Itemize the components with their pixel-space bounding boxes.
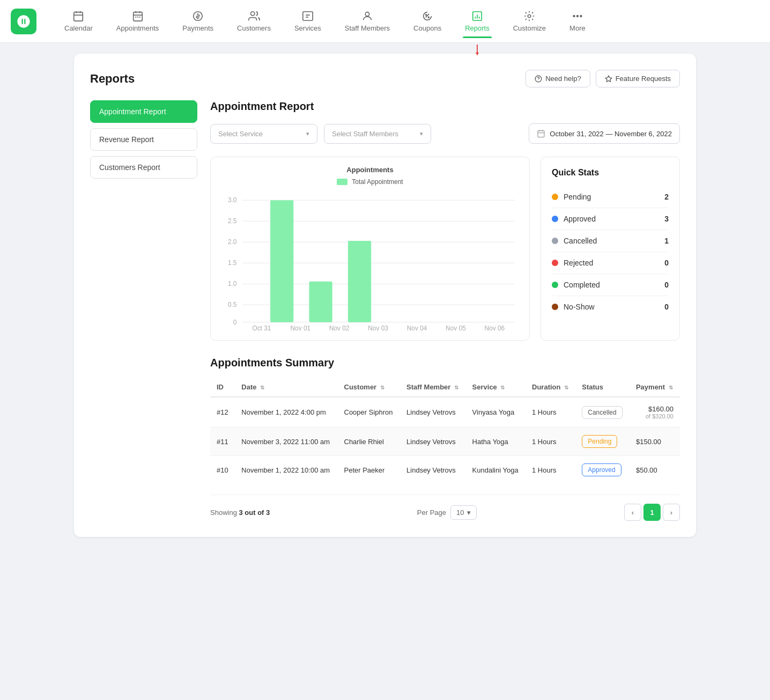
sidebar-item-customers-report[interactable]: Customers Report <box>90 156 197 179</box>
col-date: Date ⇅ <box>235 378 337 397</box>
nav-item-services[interactable]: Services <box>283 5 333 38</box>
svg-rect-0 <box>74 12 83 21</box>
cell-status: Approved <box>575 456 630 484</box>
nav-item-appointments[interactable]: Appointments <box>105 5 171 38</box>
legend-color-box <box>337 179 347 185</box>
staff-select[interactable]: Select Staff Members ▾ <box>324 124 431 144</box>
svg-text:Nov 01: Nov 01 <box>290 325 310 331</box>
cell-payment: $150.00 <box>630 428 680 456</box>
svg-point-15 <box>426 14 427 16</box>
svg-marker-19 <box>476 53 479 56</box>
nav-item-customize[interactable]: Customize <box>501 5 558 38</box>
reports-sidebar: Appointment Report Revenue Report Custom… <box>90 100 197 521</box>
svg-rect-13 <box>303 12 313 21</box>
col-payment: Payment ⇅ <box>630 378 680 397</box>
svg-point-12 <box>250 12 254 16</box>
calendar-icon <box>537 129 545 138</box>
svg-text:1.0: 1.0 <box>228 280 237 288</box>
cell-duration: 1 Hours <box>525 397 575 428</box>
col-customer: Customer ⇅ <box>338 378 401 397</box>
chevron-down-icon: ▾ <box>420 130 423 137</box>
status-badge: Cancelled <box>582 406 622 419</box>
svg-text:Oct 31: Oct 31 <box>252 325 271 331</box>
qs-approved: Approved 3 <box>552 208 669 230</box>
nav-item-staff[interactable]: Staff Members <box>333 5 402 38</box>
content-layout: Appointment Report Revenue Report Custom… <box>90 100 680 521</box>
filters-row: Select Service ▾ Select Staff Members ▾ … <box>210 123 680 144</box>
sidebar-item-revenue-report[interactable]: Revenue Report <box>90 128 197 151</box>
svg-rect-45 <box>309 282 332 322</box>
nav-active-indicator <box>471 45 483 56</box>
cell-duration: 1 Hours <box>525 428 575 456</box>
qs-completed: Completed 0 <box>552 274 669 296</box>
page-header: Reports Need help? Feature Requests <box>90 70 680 87</box>
nav-item-calendar[interactable]: Calendar <box>53 5 105 38</box>
svg-point-14 <box>365 12 369 16</box>
date-range-picker[interactable]: October 31, 2022 — November 6, 2022 <box>529 123 680 144</box>
section-title: Appointment Report <box>210 100 680 113</box>
prev-page-button[interactable]: ‹ <box>624 504 641 521</box>
completed-dot <box>552 282 558 288</box>
col-staff: Staff Member ⇅ <box>400 378 466 397</box>
page-1-button[interactable]: 1 <box>643 504 661 521</box>
feature-requests-button[interactable]: Feature Requests <box>596 70 680 87</box>
cell-id: #10 <box>210 456 235 484</box>
table-row: #10 November 1, 2022 10:00 am Peter Paek… <box>210 456 680 484</box>
nav-item-customers[interactable]: Customers <box>225 5 283 38</box>
cell-staff: Lindsey Vetrovs <box>400 428 466 456</box>
cell-payment: $50.00 <box>630 456 680 484</box>
main-content-area: Appointment Report Select Service ▾ Sele… <box>210 100 680 521</box>
svg-point-16 <box>428 17 429 18</box>
svg-text:2.5: 2.5 <box>228 217 237 225</box>
svg-text:Nov 04: Nov 04 <box>407 325 427 331</box>
svg-point-22 <box>577 16 579 17</box>
table-header: ID Date ⇅ Customer ⇅ Staff Member ⇅ Serv… <box>210 378 680 397</box>
main-area: Reports Need help? Feature Requests Appo… <box>63 43 707 548</box>
qs-rejected: Rejected 0 <box>552 252 669 274</box>
cell-payment: $160.00 of $320.00 <box>630 397 680 428</box>
col-id: ID <box>210 378 235 397</box>
pending-dot <box>552 194 558 200</box>
need-help-button[interactable]: Need help? <box>525 70 590 87</box>
cell-staff: Lindsey Vetrovs <box>400 397 466 428</box>
logo[interactable] <box>11 9 36 34</box>
col-service: Service ⇅ <box>466 378 525 397</box>
page-card: Reports Need help? Feature Requests Appo… <box>74 54 696 537</box>
svg-text:0.5: 0.5 <box>228 301 237 308</box>
sidebar-item-appointment-report[interactable]: Appointment Report <box>90 100 197 123</box>
svg-point-21 <box>573 16 575 17</box>
rejected-dot <box>552 260 558 266</box>
nav-item-more[interactable]: More <box>558 5 597 38</box>
header-buttons: Need help? Feature Requests <box>525 70 680 87</box>
nav-item-reports[interactable]: Reports <box>453 5 501 38</box>
cell-customer: Peter Paeker <box>338 456 401 484</box>
sort-icon: ⇅ <box>500 385 505 390</box>
nav-item-coupons[interactable]: Coupons <box>402 5 453 38</box>
chevron-down-icon: ▾ <box>306 130 309 137</box>
pagination-row: Showing 3 out of 3 Per Page 10 ▾ ‹ 1 <box>210 495 680 521</box>
table-row: #12 November 1, 2022 4:00 pm Cooper Siph… <box>210 397 680 428</box>
chart-svg: 3.0 2.5 2.0 1.5 1.0 0.5 <box>219 192 521 331</box>
chart-drawing-area: 3.0 2.5 2.0 1.5 1.0 0.5 <box>219 192 521 331</box>
top-navigation: Calendar Appointments Payments Customers… <box>0 0 770 43</box>
chevron-down-icon: ▾ <box>467 509 471 517</box>
next-page-button[interactable]: › <box>663 504 680 521</box>
svg-text:0: 0 <box>233 319 237 326</box>
summary-title: Appointments Summary <box>210 357 680 369</box>
svg-text:Nov 05: Nov 05 <box>446 325 466 331</box>
svg-marker-25 <box>605 76 612 82</box>
svg-text:Nov 06: Nov 06 <box>485 325 505 331</box>
showing-text: Showing 3 out of 3 <box>210 509 270 517</box>
per-page-select[interactable]: 10 ▾ <box>450 505 477 520</box>
cell-status: Cancelled <box>575 397 630 428</box>
page-title: Reports <box>90 72 135 86</box>
svg-text:1.5: 1.5 <box>228 259 237 267</box>
service-select[interactable]: Select Service ▾ <box>210 124 317 144</box>
col-duration: Duration ⇅ <box>525 378 575 397</box>
summary-table: ID Date ⇅ Customer ⇅ Staff Member ⇅ Serv… <box>210 378 680 484</box>
svg-rect-46 <box>348 241 371 322</box>
quick-stats-panel: Quick Stats Pending 2 Approved <box>541 157 680 341</box>
nav-item-payments[interactable]: Payments <box>171 5 225 38</box>
svg-point-23 <box>580 16 582 17</box>
svg-text:Nov 03: Nov 03 <box>368 325 388 331</box>
